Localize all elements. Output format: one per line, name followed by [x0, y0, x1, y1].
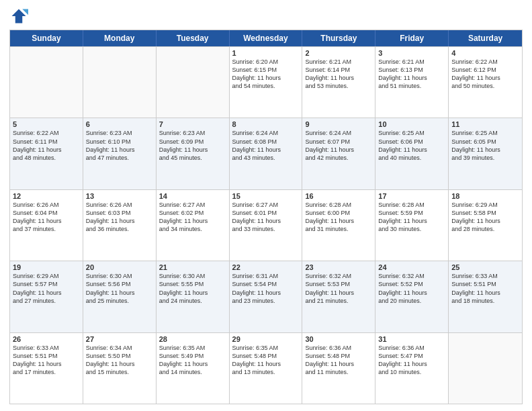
day-number: 31	[378, 335, 445, 343]
calendar-cell-16: 16Sunrise: 6:28 AMSunset: 6:00 PMDayligh…	[302, 190, 375, 261]
day-info: Sunrise: 6:28 AMSunset: 6:00 PMDaylight:…	[305, 201, 372, 234]
day-info: Sunrise: 6:27 AMSunset: 6:02 PMDaylight:…	[159, 201, 226, 234]
day-info: Sunrise: 6:21 AMSunset: 6:14 PMDaylight:…	[305, 58, 372, 91]
calendar: SundayMondayTuesdayWednesdayThursdayFrid…	[9, 30, 523, 404]
day-number: 14	[159, 192, 226, 200]
calendar-header: SundayMondayTuesdayWednesdayThursdayFrid…	[10, 30, 522, 46]
calendar-cell-13: 13Sunrise: 6:26 AMSunset: 6:03 PMDayligh…	[83, 190, 157, 261]
day-number: 20	[86, 263, 153, 271]
calendar-cell-empty	[10, 47, 83, 118]
calendar-cell-8: 8Sunrise: 6:24 AMSunset: 6:08 PMDaylight…	[230, 118, 303, 189]
calendar-cell-28: 28Sunrise: 6:35 AMSunset: 5:49 PMDayligh…	[157, 333, 230, 404]
day-number: 27	[86, 335, 153, 343]
day-info: Sunrise: 6:34 AMSunset: 5:50 PMDaylight:…	[86, 344, 153, 377]
calendar-cell-17: 17Sunrise: 6:28 AMSunset: 5:59 PMDayligh…	[375, 190, 449, 261]
day-info: Sunrise: 6:36 AMSunset: 5:48 PMDaylight:…	[305, 344, 372, 377]
day-number: 17	[378, 192, 445, 200]
calendar-cell-4: 4Sunrise: 6:22 AMSunset: 6:12 PMDaylight…	[449, 47, 522, 118]
calendar-cell-27: 27Sunrise: 6:34 AMSunset: 5:50 PMDayligh…	[83, 333, 157, 404]
calendar-cell-20: 20Sunrise: 6:30 AMSunset: 5:56 PMDayligh…	[83, 261, 157, 332]
day-number: 1	[232, 49, 300, 57]
day-info: Sunrise: 6:22 AMSunset: 6:11 PMDaylight:…	[13, 129, 80, 162]
day-number: 25	[451, 263, 519, 271]
day-info: Sunrise: 6:30 AMSunset: 5:55 PMDaylight:…	[159, 272, 226, 305]
day-number: 3	[378, 49, 445, 57]
day-number: 28	[159, 335, 226, 343]
calendar-cell-9: 9Sunrise: 6:24 AMSunset: 6:07 PMDaylight…	[302, 118, 375, 189]
svg-marker-0	[12, 9, 26, 24]
day-header-friday: Friday	[375, 30, 449, 46]
day-number: 13	[86, 192, 153, 200]
calendar-cell-5: 5Sunrise: 6:22 AMSunset: 6:11 PMDaylight…	[10, 118, 83, 189]
day-info: Sunrise: 6:26 AMSunset: 6:04 PMDaylight:…	[13, 201, 80, 234]
day-info: Sunrise: 6:24 AMSunset: 6:08 PMDaylight:…	[232, 129, 300, 162]
calendar-cell-15: 15Sunrise: 6:27 AMSunset: 6:01 PMDayligh…	[230, 190, 303, 261]
calendar-cell-10: 10Sunrise: 6:25 AMSunset: 6:06 PMDayligh…	[375, 118, 449, 189]
calendar-cell-21: 21Sunrise: 6:30 AMSunset: 5:55 PMDayligh…	[157, 261, 230, 332]
day-number: 9	[305, 120, 372, 128]
day-info: Sunrise: 6:36 AMSunset: 5:47 PMDaylight:…	[378, 344, 445, 377]
header	[9, 7, 523, 26]
day-header-saturday: Saturday	[449, 30, 522, 46]
calendar-cell-23: 23Sunrise: 6:32 AMSunset: 5:53 PMDayligh…	[302, 261, 375, 332]
calendar-cell-25: 25Sunrise: 6:33 AMSunset: 5:51 PMDayligh…	[449, 261, 522, 332]
calendar-cell-empty	[83, 47, 157, 118]
day-header-tuesday: Tuesday	[157, 30, 230, 46]
calendar-cell-6: 6Sunrise: 6:23 AMSunset: 6:10 PMDaylight…	[83, 118, 157, 189]
day-number: 7	[159, 120, 226, 128]
day-number: 10	[378, 120, 445, 128]
day-header-thursday: Thursday	[302, 30, 375, 46]
calendar-cell-29: 29Sunrise: 6:35 AMSunset: 5:48 PMDayligh…	[230, 333, 303, 404]
calendar-cell-18: 18Sunrise: 6:29 AMSunset: 5:58 PMDayligh…	[449, 190, 522, 261]
day-info: Sunrise: 6:25 AMSunset: 6:06 PMDaylight:…	[378, 129, 445, 162]
day-number: 23	[305, 263, 372, 271]
day-info: Sunrise: 6:22 AMSunset: 6:12 PMDaylight:…	[451, 58, 519, 91]
calendar-cell-24: 24Sunrise: 6:32 AMSunset: 5:52 PMDayligh…	[375, 261, 449, 332]
calendar-cell-empty	[157, 47, 230, 118]
day-info: Sunrise: 6:33 AMSunset: 5:51 PMDaylight:…	[13, 344, 80, 377]
calendar-row-2: 5Sunrise: 6:22 AMSunset: 6:11 PMDaylight…	[10, 118, 522, 189]
day-number: 21	[159, 263, 226, 271]
day-info: Sunrise: 6:29 AMSunset: 5:58 PMDaylight:…	[451, 201, 519, 234]
day-header-sunday: Sunday	[10, 30, 83, 46]
calendar-row-4: 19Sunrise: 6:29 AMSunset: 5:57 PMDayligh…	[10, 261, 522, 332]
calendar-cell-30: 30Sunrise: 6:36 AMSunset: 5:48 PMDayligh…	[302, 333, 375, 404]
day-info: Sunrise: 6:31 AMSunset: 5:54 PMDaylight:…	[232, 272, 300, 305]
page: SundayMondayTuesdayWednesdayThursdayFrid…	[0, 0, 532, 411]
day-info: Sunrise: 6:35 AMSunset: 5:49 PMDaylight:…	[159, 344, 226, 377]
day-info: Sunrise: 6:21 AMSunset: 6:13 PMDaylight:…	[378, 58, 445, 91]
calendar-cell-14: 14Sunrise: 6:27 AMSunset: 6:02 PMDayligh…	[157, 190, 230, 261]
calendar-cell-22: 22Sunrise: 6:31 AMSunset: 5:54 PMDayligh…	[230, 261, 303, 332]
day-number: 26	[13, 335, 80, 343]
day-header-monday: Monday	[83, 30, 157, 46]
calendar-cell-3: 3Sunrise: 6:21 AMSunset: 6:13 PMDaylight…	[375, 47, 449, 118]
day-number: 4	[451, 49, 519, 57]
day-number: 8	[232, 120, 300, 128]
day-number: 24	[378, 263, 445, 271]
calendar-row-1: 1Sunrise: 6:20 AMSunset: 6:15 PMDaylight…	[10, 46, 522, 118]
day-info: Sunrise: 6:28 AMSunset: 5:59 PMDaylight:…	[378, 201, 445, 234]
calendar-cell-2: 2Sunrise: 6:21 AMSunset: 6:14 PMDaylight…	[302, 47, 375, 118]
day-info: Sunrise: 6:24 AMSunset: 6:07 PMDaylight:…	[305, 129, 372, 162]
calendar-cell-7: 7Sunrise: 6:23 AMSunset: 6:09 PMDaylight…	[157, 118, 230, 189]
day-header-wednesday: Wednesday	[230, 30, 303, 46]
day-number: 15	[232, 192, 300, 200]
calendar-cell-empty	[449, 333, 522, 404]
day-info: Sunrise: 6:25 AMSunset: 6:05 PMDaylight:…	[451, 129, 519, 162]
day-number: 16	[305, 192, 372, 200]
calendar-body: 1Sunrise: 6:20 AMSunset: 6:15 PMDaylight…	[10, 46, 522, 404]
day-info: Sunrise: 6:26 AMSunset: 6:03 PMDaylight:…	[86, 201, 153, 234]
logo	[9, 7, 31, 26]
calendar-cell-11: 11Sunrise: 6:25 AMSunset: 6:05 PMDayligh…	[449, 118, 522, 189]
day-info: Sunrise: 6:33 AMSunset: 5:51 PMDaylight:…	[451, 272, 519, 305]
day-number: 19	[13, 263, 80, 271]
calendar-row-5: 26Sunrise: 6:33 AMSunset: 5:51 PMDayligh…	[10, 332, 522, 404]
day-number: 2	[305, 49, 372, 57]
day-number: 29	[232, 335, 300, 343]
calendar-row-3: 12Sunrise: 6:26 AMSunset: 6:04 PMDayligh…	[10, 189, 522, 261]
day-info: Sunrise: 6:23 AMSunset: 6:09 PMDaylight:…	[159, 129, 226, 162]
day-info: Sunrise: 6:29 AMSunset: 5:57 PMDaylight:…	[13, 272, 80, 305]
calendar-cell-31: 31Sunrise: 6:36 AMSunset: 5:47 PMDayligh…	[375, 333, 449, 404]
day-number: 18	[451, 192, 519, 200]
day-number: 11	[451, 120, 519, 128]
